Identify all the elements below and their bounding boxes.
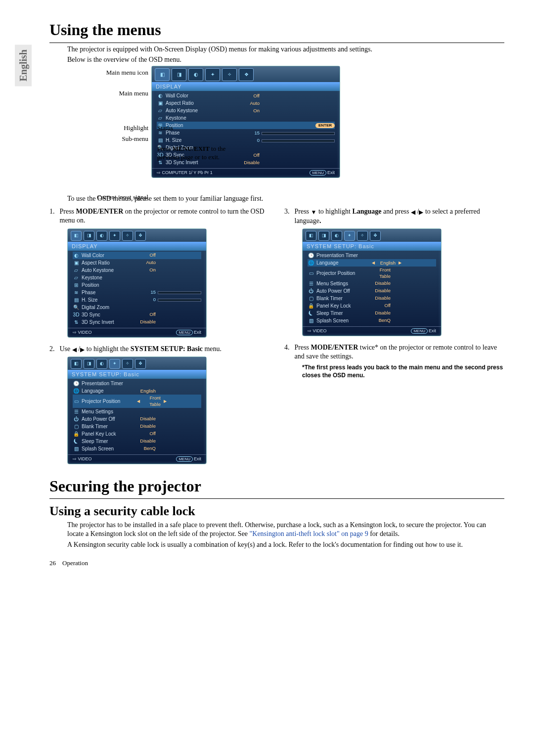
row-icon: 🕒 [73, 380, 80, 387]
row-value: Disable [136, 423, 158, 429]
row-icon: ▧ [308, 317, 314, 324]
osd-tabs: ◧◨◐✦✧❖ [152, 66, 340, 82]
osd-row-projector position[interactable]: ▭Projector PositionFront Table [308, 267, 436, 280]
osd-row-3d sync invert[interactable]: ⇅3D Sync InvertDisable [73, 318, 201, 326]
osd-tab-2[interactable]: ◐ [331, 231, 342, 241]
row-value: Disable [371, 295, 393, 301]
row-icon: ▱ [157, 115, 164, 121]
osd-tab-0[interactable]: ◧ [306, 231, 316, 241]
osd-tab-3[interactable]: ✦ [109, 231, 120, 241]
osd-row-language[interactable]: 🌐Language◀English▶ [308, 259, 436, 267]
osd-row-language[interactable]: 🌐LanguageEnglish [73, 387, 201, 395]
row-label: Presentation Timer [82, 380, 136, 387]
osd-tab-0[interactable]: ◧ [71, 231, 82, 241]
menu-button-pill[interactable]: MENU [310, 170, 326, 176]
row-value: Disable [371, 288, 393, 294]
osd-row-panel key lock[interactable]: 🔒Panel Key LockOff [73, 430, 201, 438]
language-sidebar: English [15, 44, 32, 86]
osd-tab-5[interactable]: ❖ [135, 359, 146, 369]
osd-tab-3[interactable]: ✦ [344, 231, 355, 241]
osd-row-phase[interactable]: ≋Phase15 [73, 289, 201, 296]
menu-button-pill[interactable]: MENU [411, 328, 428, 334]
osd-tab-4[interactable]: ✧ [122, 231, 133, 241]
row-label: Keystone [166, 115, 235, 121]
osd-row-auto keystone[interactable]: ▱Auto KeystoneOn [73, 267, 201, 274]
osd-row-auto keystone[interactable]: ▱Auto KeystoneOn [157, 107, 335, 114]
osd-tab-5[interactable]: ❖ [239, 68, 254, 81]
osd-row-presentation timer[interactable]: 🕒Presentation Timer [73, 380, 201, 387]
osd-row-panel key lock[interactable]: 🔒Panel Key LockOff [308, 302, 436, 310]
osd-row-digital zoom[interactable]: 🔍Digital Zoom [73, 304, 201, 311]
osd-row-phase[interactable]: ≋Phase15 [157, 129, 335, 136]
osd-tab-1[interactable]: ◨ [318, 231, 329, 241]
osd-row-menu settings[interactable]: ☰Menu SettingsDisable [308, 280, 436, 287]
osd-tab-2[interactable]: ◐ [96, 359, 107, 369]
page-section: Operation [62, 559, 88, 567]
intro-paragraph-1: The projector is equipped with On-Screen… [67, 45, 504, 54]
osd-tab-1[interactable]: ◨ [84, 231, 94, 241]
row-value: Off [136, 311, 158, 317]
osd-row-keystone[interactable]: ▱Keystone [73, 274, 201, 281]
step4-footnote: *The first press leads you back to the m… [302, 364, 504, 379]
osd-row-sleep timer[interactable]: ⏾Sleep TimerDisable [308, 310, 436, 317]
row-value: Off [235, 93, 262, 99]
osd-panel-step1: ◧◨◐✦✧❖DISPLAY◐Wall ColorOff▣Aspect Ratio… [67, 228, 207, 338]
osd-row-aspect ratio[interactable]: ▣Aspect RatioAuto [73, 259, 201, 267]
osd-row-splash screen[interactable]: ▧Splash ScreenBenQ [308, 317, 436, 324]
left-arrow-icon: ◀ [411, 209, 415, 217]
row-label: Blank Timer [316, 295, 371, 302]
step4-number: 4. [284, 343, 290, 361]
row-icon: ▱ [73, 267, 80, 273]
osd-row-position[interactable]: ⊞PositionENTER [157, 122, 335, 129]
osd-tab-3[interactable]: ✦ [205, 68, 220, 81]
osd-tab-4[interactable]: ✧ [357, 231, 368, 241]
osd-row-sleep timer[interactable]: ⏾Sleep TimerDisable [73, 438, 201, 445]
row-slider[interactable] [158, 291, 201, 294]
osd-tab-3[interactable]: ✦ [109, 359, 120, 369]
row-label: Auto Keystone [82, 267, 136, 273]
row-slider[interactable] [262, 132, 335, 135]
osd-tab-2[interactable]: ◐ [96, 231, 107, 241]
osd-row-presentation timer[interactable]: 🕒Presentation Timer [308, 252, 436, 259]
osd-row-blank timer[interactable]: ▢Blank TimerDisable [308, 295, 436, 302]
osd-tab-4[interactable]: ✧ [122, 359, 133, 369]
osd-row-aspect ratio[interactable]: ▣Aspect RatioAuto [157, 99, 335, 107]
row-label: Sleep Timer [82, 438, 136, 445]
osd-row-h. size[interactable]: ▤H. Size0 [157, 136, 335, 144]
osd-row-h. size[interactable]: ▤H. Size0 [73, 296, 201, 304]
osd-row-position[interactable]: ⊞Position [73, 281, 201, 289]
osd-tab-1[interactable]: ◨ [172, 68, 186, 81]
osd-tab-0[interactable]: ◧ [155, 68, 170, 81]
row-icon: ▧ [73, 445, 80, 452]
osd-footer: ⇨ VIDEO MENUExit [68, 454, 206, 464]
osd-row-keystone[interactable]: ▱Keystone [157, 114, 335, 122]
osd-row-auto power off[interactable]: ⏻Auto Power OffDisable [308, 287, 436, 295]
osd-tab-1[interactable]: ◨ [84, 359, 94, 369]
osd-row-blank timer[interactable]: ▢Blank TimerDisable [73, 423, 201, 430]
osd-tab-2[interactable]: ◐ [188, 68, 203, 81]
right-arrow-icon: ▶ [163, 399, 168, 404]
row-icon: ◐ [73, 252, 80, 259]
row-value: Disable [136, 438, 158, 444]
row-label: 3D Sync [82, 311, 136, 318]
kensington-link[interactable]: "Kensington anti-theft lock slot" on pag… [250, 530, 368, 537]
osd-tab-0[interactable]: ◧ [71, 359, 82, 369]
osd-row-wall color[interactable]: ◐Wall ColorOff [157, 92, 335, 99]
heading-using-menus: Using the menus [49, 20, 504, 41]
menu-button-pill[interactable]: MENU [176, 330, 193, 335]
osd-tab-5[interactable]: ❖ [370, 231, 381, 241]
row-slider[interactable] [262, 139, 335, 142]
osd-row-projector position[interactable]: ▭Projector Position◀Front Table▶ [73, 395, 201, 408]
osd-row-auto power off[interactable]: ⏻Auto Power OffDisable [73, 415, 201, 423]
osd-tab-4[interactable]: ✧ [222, 68, 237, 81]
osd-row-3d sync[interactable]: 3D3D SyncOff [73, 311, 201, 318]
heading-securing-projector: Securing the projector [49, 476, 504, 497]
menu-button-pill[interactable]: MENU [176, 456, 193, 462]
row-slider[interactable] [158, 299, 201, 302]
osd-row-splash screen[interactable]: ▧Splash ScreenBenQ [73, 445, 201, 452]
osd-row-wall color[interactable]: ◐Wall ColorOff [73, 252, 201, 259]
row-icon: ⏻ [308, 288, 314, 294]
osd-row-menu settings[interactable]: ☰Menu Settings [73, 408, 201, 415]
row-value: Disable [371, 280, 393, 286]
osd-tab-5[interactable]: ❖ [135, 231, 146, 241]
